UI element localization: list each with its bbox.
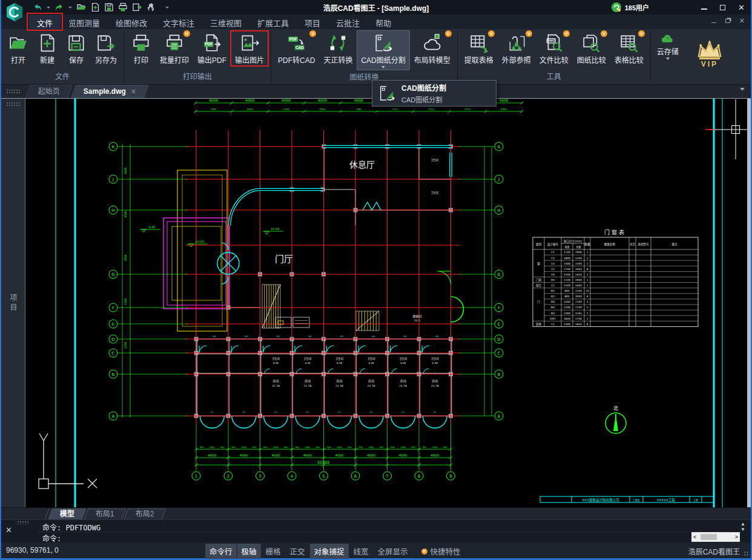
drawing-compare-button[interactable]: V 图纸比较 bbox=[573, 30, 610, 67]
app-logo-icon[interactable] bbox=[4, 2, 25, 25]
mdi-restore-icon[interactable] bbox=[725, 19, 730, 23]
svg-text:C1: C1 bbox=[338, 411, 341, 413]
toggle-ortho[interactable]: 正交 bbox=[286, 544, 309, 559]
undo-icon[interactable] bbox=[33, 2, 42, 12]
toggle-polar[interactable]: 极轴 bbox=[237, 544, 261, 559]
command-grip-handle[interactable] bbox=[17, 521, 29, 524]
minimize-icon[interactable] bbox=[701, 8, 707, 10]
print-button[interactable]: 打印 bbox=[127, 30, 156, 67]
redo-icon[interactable] bbox=[54, 2, 64, 12]
user-account[interactable]: 185用户 bbox=[611, 2, 649, 13]
menu-tab-draw-modify[interactable]: 绘图修改 bbox=[108, 15, 155, 29]
svg-text:CAD: CAD bbox=[295, 45, 304, 50]
menu-tab-file[interactable]: 文件 bbox=[29, 15, 61, 29]
menu-tab-project[interactable]: 项目 bbox=[297, 15, 328, 29]
qat-more-dropdown-icon[interactable] bbox=[165, 7, 169, 8]
svg-text:类别: 类别 bbox=[536, 242, 542, 246]
svg-text:卫生间: 卫生间 bbox=[399, 357, 407, 361]
scroll-left-icon[interactable]: < bbox=[693, 534, 696, 540]
mdi-minimize-icon[interactable] bbox=[711, 22, 716, 24]
svg-text:C1: C1 bbox=[551, 251, 555, 254]
status-toggles: 命令行 极轴 栅格 正交 对象捕捉 线宽 全屏显示 V 快捷特性 bbox=[205, 544, 461, 559]
save-as-button[interactable]: 另存为 bbox=[91, 30, 121, 67]
open-button[interactable]: 打开 bbox=[4, 30, 33, 67]
table-compare-button[interactable]: V 表格比较 bbox=[610, 30, 648, 67]
menu-tab-cloud-annotation[interactable]: 云批注 bbox=[328, 15, 368, 29]
mdi-close-icon[interactable]: ✕ bbox=[739, 18, 745, 24]
pdf-to-cad-button[interactable]: V PDFCAD PDF转CAD bbox=[274, 30, 319, 67]
command-scroll-up-icon[interactable]: ▲ bbox=[739, 522, 747, 527]
layout-to-model-button[interactable]: V 布局转模型 bbox=[410, 30, 455, 67]
file-compare-button[interactable]: V DWG 文件比较 bbox=[535, 30, 573, 67]
redo-dropdown-icon[interactable] bbox=[68, 7, 72, 8]
tab-sample-dwg[interactable]: Sample.dwg✕ bbox=[71, 85, 148, 98]
quick-properties-toggle[interactable]: V 快捷特性 bbox=[421, 545, 461, 557]
command-close-icon[interactable]: ✕ bbox=[5, 525, 12, 535]
svg-text:800: 800 bbox=[220, 446, 225, 449]
svg-text:图集名称: 图集名称 bbox=[604, 242, 616, 246]
tab-close-icon[interactable]: ✕ bbox=[131, 85, 136, 98]
menu-tab-view-measure[interactable]: 览图测量 bbox=[61, 15, 108, 29]
new-button[interactable]: 新建 bbox=[33, 30, 62, 67]
drawing-canvas[interactable]: 门窗表类别设计编号洞口尺寸(mm)数量图集名称页次选用型号备注宽度高度C1110… bbox=[25, 99, 751, 507]
canvas-scrollbar[interactable] bbox=[747, 99, 751, 507]
svg-text:5500: 5500 bbox=[564, 284, 570, 287]
open-file-icon[interactable] bbox=[76, 2, 87, 12]
export-icon[interactable] bbox=[132, 2, 142, 12]
tianzheng-convert-button[interactable]: 天正转换 bbox=[319, 30, 357, 67]
menu-tab-extended-tools[interactable]: 扩展工具 bbox=[249, 15, 297, 29]
toggle-osnap[interactable]: 对象捕捉 bbox=[310, 544, 349, 559]
tab-start-page[interactable]: 起始页 bbox=[25, 85, 72, 98]
save-button[interactable]: 保存 bbox=[62, 30, 91, 67]
tab-strip-edge bbox=[37, 509, 49, 519]
svg-text:2: 2 bbox=[227, 474, 229, 479]
toggle-command-line[interactable]: 命令行 bbox=[205, 544, 237, 559]
close-icon[interactable]: ✕ bbox=[738, 4, 745, 12]
svg-text:1: 1 bbox=[587, 278, 589, 282]
save-icon[interactable] bbox=[104, 2, 114, 12]
resize-grip[interactable] bbox=[744, 551, 749, 556]
toggle-lineweight[interactable]: 线宽 bbox=[349, 544, 373, 559]
svg-text:4000: 4000 bbox=[124, 167, 127, 174]
menu-tab-3d-view[interactable]: 三维视图 bbox=[202, 15, 249, 29]
svg-text:E: E bbox=[112, 322, 114, 327]
tab-list-chevron-icon[interactable] bbox=[740, 88, 745, 91]
command-scroll-down-icon[interactable]: ▼ bbox=[739, 527, 747, 532]
external-reference-button[interactable]: V 外部参照 bbox=[498, 30, 535, 67]
svg-text:250: 250 bbox=[357, 108, 361, 111]
maximize-icon[interactable] bbox=[720, 5, 725, 10]
export-image-button[interactable]: 输出图片 bbox=[231, 30, 268, 67]
tab-layout1[interactable]: 布局1 bbox=[84, 509, 126, 519]
svg-text:2400: 2400 bbox=[337, 446, 342, 449]
toggle-fullscreen[interactable]: 全屏显示 bbox=[374, 544, 412, 559]
toolbar-grip-handle[interactable] bbox=[6, 89, 21, 94]
cad-split-button[interactable]: CAD图纸分割 bbox=[357, 30, 409, 70]
menu-tab-help[interactable]: 帮助 bbox=[368, 15, 399, 29]
svg-text:2700: 2700 bbox=[124, 341, 127, 349]
extract-table-button[interactable]: V 提取表格 bbox=[460, 30, 498, 67]
tab-layout2[interactable]: 布局2 bbox=[124, 509, 165, 519]
tab-model[interactable]: 模型 bbox=[48, 509, 87, 519]
svg-text:1300: 1300 bbox=[564, 312, 570, 315]
command-prompt-line[interactable]: 命令: bbox=[42, 533, 61, 543]
scroll-thumb[interactable] bbox=[701, 534, 717, 540]
svg-text:D: D bbox=[497, 337, 500, 342]
svg-text:C1: C1 bbox=[274, 411, 277, 413]
scroll-right-icon[interactable]: > bbox=[735, 534, 738, 540]
menu-tab-text-annotate[interactable]: 文字标注 bbox=[155, 15, 202, 29]
svg-text:4000: 4000 bbox=[209, 99, 218, 102]
new-file-icon[interactable] bbox=[91, 2, 100, 12]
project-side-panel[interactable]: 项目 bbox=[1, 99, 25, 507]
svg-text:选用型号: 选用型号 bbox=[638, 242, 649, 246]
ribbon-group-convert: V PDFCAD PDF转CAD 天正转换 CAD图纸分割 V 布局转模型 bbox=[271, 29, 457, 84]
undo-dropdown-icon[interactable] bbox=[47, 7, 50, 8]
vip-button[interactable]: VIP bbox=[685, 29, 734, 84]
cloud-storage-button[interactable]: 云存储 bbox=[651, 29, 685, 84]
print-icon[interactable] bbox=[118, 2, 128, 12]
export-pdf-button[interactable]: PDF 输出PDF bbox=[193, 30, 231, 67]
toggle-grid[interactable]: 栅格 bbox=[262, 544, 285, 559]
batch-print-button[interactable]: V 批量打印 bbox=[156, 30, 193, 67]
pan-hand-icon[interactable] bbox=[147, 2, 156, 12]
horizontal-scrollbar[interactable]: < > bbox=[691, 532, 740, 542]
panel-grip-handle[interactable] bbox=[6, 102, 21, 107]
